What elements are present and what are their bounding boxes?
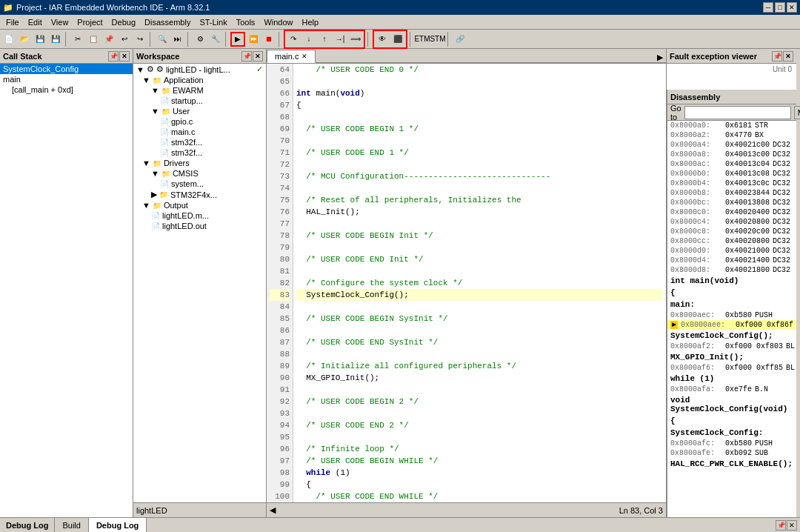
toolbar-step-out[interactable]: ↑ <box>317 32 332 47</box>
ws-item-stm32f2[interactable]: 📄 stm32f... <box>133 147 266 158</box>
toolbar-open[interactable]: 📂 <box>17 32 32 47</box>
ws-item-startup[interactable]: 📄 startup... <box>133 96 266 106</box>
toolbar-copy[interactable]: 📋 <box>86 32 101 47</box>
toolbar-extra1[interactable]: 🔗 <box>453 32 467 47</box>
toolbar-etm[interactable]: ETM <box>415 32 430 47</box>
call-stack-item-2[interactable]: [call_main + 0xd] <box>9 84 133 95</box>
ws-item-stm32f1[interactable]: 📄 stm32f... <box>133 137 266 147</box>
ws-item-label-user: User <box>173 107 190 116</box>
toolbar-save[interactable]: 💾 <box>33 32 47 47</box>
editor-content[interactable]: 64 65 66 67 68 69 70 71 72 73 74 75 76 7… <box>267 64 666 502</box>
disasm-op-8000af6: BL <box>786 364 795 372</box>
fault-pin[interactable]: 📌 <box>772 51 782 61</box>
fault-close[interactable]: ✕ <box>783 51 793 61</box>
menu-project[interactable]: Project <box>73 16 107 28</box>
ws-item-user[interactable]: ▼ 📁 User <box>133 106 266 116</box>
call-stack-panel: Call Stack 📌 ✕ SystemClock_Config main [… <box>0 49 133 517</box>
menu-help[interactable]: Help <box>298 16 324 28</box>
toolbar-live-watch[interactable]: 👁 <box>375 32 390 47</box>
workspace-pin[interactable]: 📌 <box>241 51 252 61</box>
disasm-memory-button[interactable]: Memory <box>794 106 800 119</box>
line-num-87: 87 <box>270 336 290 348</box>
toolbar-save-all[interactable]: 💾 <box>48 32 63 47</box>
ws-item-lightledm[interactable]: 📄 lightLED.m... <box>133 210 266 221</box>
ws-item-drivers[interactable]: ▼ 📁 Drivers <box>133 158 266 168</box>
tab-debug-log[interactable]: Debug Log <box>89 518 147 533</box>
bottom-panel-close[interactable]: ✕ <box>787 520 797 531</box>
call-stack-item-0[interactable]: SystemClock_Config <box>0 64 133 74</box>
toolbar-debug-stop[interactable]: ⏹ <box>261 32 276 47</box>
toolbar-stm[interactable]: STM <box>430 32 445 47</box>
menu-file[interactable]: File <box>1 16 24 28</box>
toolbar-compile[interactable]: ⚙ <box>193 32 207 47</box>
editor-scroll-left[interactable]: ◀ <box>270 505 276 515</box>
toolbar-redo[interactable]: ↪ <box>133 32 147 47</box>
ws-item-stm32f4x[interactable]: ▶ 📁 STM32F4x... <box>133 189 266 200</box>
disasm-op-8000aec: PUSH <box>755 311 773 319</box>
tab-build[interactable]: Build <box>55 518 88 533</box>
toolbar-sep-5 <box>279 32 281 47</box>
toolbar-run-to-cursor[interactable]: →| <box>333 32 347 47</box>
close-button[interactable]: ✕ <box>787 2 797 13</box>
toolbar-find-next[interactable]: ⏭ <box>170 32 185 47</box>
workspace-close[interactable]: ✕ <box>253 51 263 61</box>
code-line-93 <box>296 408 663 419</box>
disasm-op-8000a0: STR <box>755 122 768 130</box>
menu-debug[interactable]: Debug <box>107 16 140 28</box>
ws-item-main[interactable]: 📄 main.c <box>133 127 266 137</box>
toolbar-undo[interactable]: ↩ <box>117 32 132 47</box>
call-stack-pin[interactable]: 📌 <box>108 51 119 61</box>
toolbar-cut[interactable]: ✂ <box>70 32 85 47</box>
editor-tab-close-icon[interactable]: ✕ <box>301 53 307 60</box>
toolbar-sep-8 <box>447 32 450 47</box>
code-area[interactable]: /* USER CODE END 0 */ int main(void) { /… <box>293 64 666 502</box>
ws-item-output[interactable]: ▼ 📁 Output <box>133 200 266 210</box>
toolbar-next-stmt[interactable]: ⟹ <box>348 32 363 47</box>
toolbar-step-over[interactable]: ↷ <box>286 32 301 47</box>
disasm-op-8000c0: DC32 <box>773 208 790 216</box>
ws-item-gpio[interactable]: 📄 gpio.c <box>133 116 266 127</box>
call-stack-item-1[interactable]: main <box>0 74 133 84</box>
toolbar-new[interactable]: 📄 <box>1 32 16 47</box>
disasm-addr-8000d8: 0x8000d8: <box>670 266 722 274</box>
disasm-op-8000cc: DC32 <box>773 237 790 245</box>
call-stack-close[interactable]: ✕ <box>119 51 130 61</box>
toolbar-sep-7 <box>410 32 413 47</box>
bottom-panel-pin[interactable]: 📌 <box>776 520 786 531</box>
disasm-section-main-label: main: <box>667 299 796 310</box>
menu-window[interactable]: Window <box>259 16 297 28</box>
menu-edit[interactable]: Edit <box>24 16 47 28</box>
disasm-addr-8000c4: 0x8000c4: <box>670 218 722 226</box>
disasm-op-8000bc: DC32 <box>773 199 790 207</box>
call-stack-label-1: main <box>3 75 21 84</box>
ws-item-application[interactable]: ▼ 📁 Application <box>133 75 266 85</box>
menu-disassembly[interactable]: Disassembly <box>140 16 195 28</box>
disasm-section-while: while (1) <box>667 373 796 385</box>
menu-tools[interactable]: Tools <box>232 16 260 28</box>
ws-item-system[interactable]: 📄 system... <box>133 179 266 189</box>
ws-item-ewarm[interactable]: ▼ 📁 EWARM <box>133 85 266 96</box>
ws-item-project[interactable]: ▼ ⚙ ⚙ lightLED - lightL... ✓ <box>133 64 266 75</box>
ws-item-cmsis[interactable]: ▼ 📁 CMSIS <box>133 168 266 179</box>
disasm-op-8000d4: DC32 <box>773 256 790 265</box>
menu-view[interactable]: View <box>47 16 73 28</box>
editor-tab-main[interactable]: main.c ✕ <box>267 50 316 63</box>
disasm-line-8000a8: 0x8000a8: 0x40013c00 DC32 <box>667 150 796 159</box>
toolbar-sep-2 <box>150 32 153 47</box>
menu-stlink[interactable]: ST-Link <box>195 16 231 28</box>
line-num-88: 88 <box>270 348 290 360</box>
restore-button[interactable]: □ <box>775 2 785 13</box>
toolbar-terminal[interactable]: ⬛ <box>390 32 405 47</box>
toolbar-debug-go[interactable]: ⏩ <box>246 32 261 47</box>
toolbar-step-into[interactable]: ↓ <box>301 32 316 47</box>
minimize-button[interactable]: ─ <box>763 2 773 13</box>
toolbar-compile2[interactable]: 🔧 <box>208 32 223 47</box>
toolbar-find[interactable]: 🔍 <box>155 32 170 47</box>
toolbar-debug-run[interactable]: ▶ <box>230 32 245 47</box>
line-num-83: 83 <box>270 289 290 301</box>
disasm-goto-input[interactable] <box>684 106 791 119</box>
toolbar-paste[interactable]: 📌 <box>101 32 116 47</box>
editor-go-btn[interactable]: ▶ <box>657 53 663 62</box>
ws-item-lightledout[interactable]: 📄 lightLED.out <box>133 221 266 231</box>
line-num-78: 78 <box>270 230 290 242</box>
